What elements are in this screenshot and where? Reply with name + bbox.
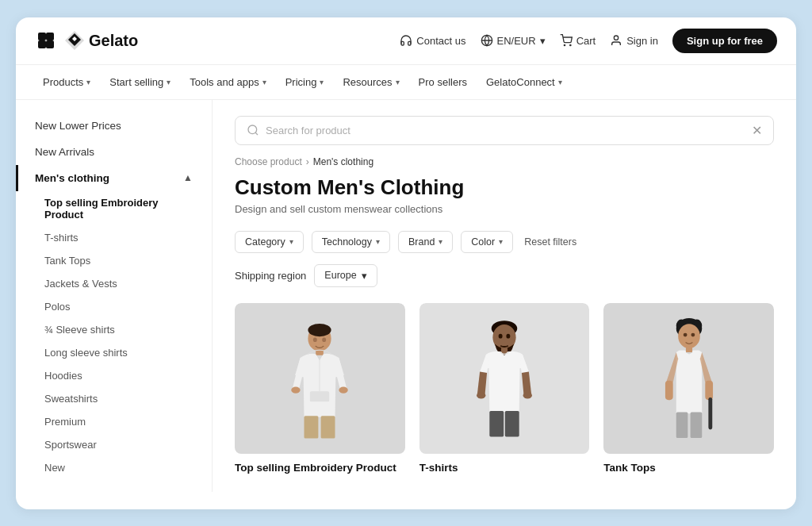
sidebar-subitem-label: Jackets & Vests — [44, 278, 117, 290]
svg-rect-2 — [38, 40, 46, 48]
svg-point-20 — [313, 337, 317, 342]
svg-rect-40 — [708, 397, 712, 430]
nav-products[interactable]: Products ▾ — [35, 65, 98, 99]
sidebar-subitem-long-sleeve[interactable]: Long sleeve shirts — [16, 341, 212, 364]
svg-point-12 — [308, 323, 331, 336]
sidebar-subitem-label: Sweatshirts — [44, 393, 98, 405]
sidebar-subitem-3-4-sleeve[interactable]: ¾ Sleeve shirts — [16, 318, 212, 341]
svg-point-34 — [678, 324, 700, 348]
page-subtitle: Design and sell custom menswear collecti… — [235, 203, 774, 215]
product-card-hoodie[interactable]: Top selling Embroidery Product — [235, 303, 405, 474]
user-icon — [610, 34, 622, 47]
color-filter[interactable]: Color ▾ — [461, 231, 513, 253]
collapse-icon: ▲ — [183, 172, 193, 183]
svg-rect-18 — [304, 416, 319, 438]
breadcrumb-parent[interactable]: Choose product — [235, 156, 302, 167]
svg-point-9 — [248, 125, 257, 134]
shipping-label: Shipping region — [235, 270, 306, 282]
technology-filter[interactable]: Technology ▾ — [312, 231, 390, 253]
sidebar-subitem-sweatshirts[interactable]: Sweatshirts — [16, 387, 212, 410]
breadcrumb-current: Men's clothing — [313, 156, 373, 167]
signup-button[interactable]: Sign up for free — [672, 29, 777, 53]
sidebar-item-new-arrivals[interactable]: New Arrivals — [16, 139, 212, 165]
sidebar-subitem-label: Hoodies — [44, 370, 82, 382]
close-icon[interactable]: ✕ — [752, 123, 762, 138]
svg-point-26 — [523, 392, 532, 398]
sidebar-subitem-premium[interactable]: Premium — [16, 410, 212, 433]
product-card-tank[interactable]: Tank Tops — [603, 303, 774, 474]
sidebar-subitem-jackets-vests[interactable]: Jackets & Vests — [16, 272, 212, 295]
gelato-logo-mark — [63, 29, 86, 52]
svg-point-25 — [477, 392, 485, 398]
nav-resources[interactable]: Resources ▾ — [335, 65, 407, 99]
svg-rect-3 — [46, 40, 54, 48]
category-chevron: ▾ — [289, 237, 293, 246]
technology-chevron: ▾ — [376, 237, 380, 246]
sidebar-subitem-polos[interactable]: Polos — [16, 295, 212, 318]
sidebar-subitem-new[interactable]: New — [16, 456, 212, 479]
svg-point-29 — [499, 334, 503, 339]
nav-pricing[interactable]: Pricing ▾ — [278, 65, 332, 99]
svg-rect-28 — [505, 411, 519, 437]
cart-icon — [560, 34, 573, 47]
svg-rect-35 — [686, 346, 692, 352]
sidebar-subitem-embroidery[interactable]: Top selling Embroidery Product — [16, 191, 212, 226]
body-layout: New Lower Prices New Arrivals Men's clot… — [16, 100, 796, 492]
category-label: Category — [245, 236, 285, 248]
reset-filters-link[interactable]: Reset filters — [524, 236, 576, 248]
language-chevron: ▾ — [540, 35, 546, 47]
logo[interactable]: Gelato — [35, 29, 138, 52]
sidebar-item-new-lower-prices[interactable]: New Lower Prices — [16, 113, 212, 139]
contact-us-label: Contact us — [416, 35, 465, 47]
brand-chevron: ▾ — [439, 237, 442, 246]
category-filter[interactable]: Category ▾ — [235, 231, 304, 253]
nav-tools-apps-chevron: ▾ — [262, 78, 266, 86]
brand-filter[interactable]: Brand ▾ — [398, 231, 453, 253]
sidebar-subitem-label: Top selling Embroidery Product — [44, 197, 159, 221]
language-label: EN/EUR — [497, 35, 536, 47]
search-input[interactable] — [266, 125, 745, 136]
breadcrumb: Choose product › Men's clothing — [235, 156, 774, 167]
page-title: Custom Men's Clothing — [235, 175, 774, 200]
shipping-select[interactable]: Europe ▾ — [314, 264, 377, 287]
svg-rect-14 — [310, 391, 329, 401]
nav-gelato-connect[interactable]: GelatoConnect ▾ — [478, 65, 570, 99]
svg-point-17 — [339, 386, 348, 393]
nav-start-selling[interactable]: Start selling ▾ — [102, 65, 178, 99]
product-image-hoodie — [235, 303, 405, 454]
sidebar-subitem-label: T-shirts — [44, 232, 79, 244]
signin-label: Sign in — [626, 35, 658, 47]
sidebar: New Lower Prices New Arrivals Men's clot… — [16, 100, 213, 492]
language-link[interactable]: EN/EUR ▾ — [481, 34, 546, 47]
nav-tools-apps[interactable]: Tools and apps ▾ — [182, 65, 274, 99]
product-card-tshirt[interactable]: T-shirts — [419, 303, 590, 474]
svg-rect-38 — [665, 381, 673, 400]
brand-label: Brand — [408, 236, 435, 248]
nav-products-chevron: ▾ — [86, 78, 90, 86]
sidebar-subitem-sportswear[interactable]: Sportswear — [16, 433, 212, 456]
sidebar-subitem-tank-tops[interactable]: Tank Tops — [16, 249, 212, 272]
header: Gelato Contact us EN/EUR ▾ Cart — [16, 17, 796, 65]
nav-gelato-connect-chevron: ▾ — [558, 78, 562, 86]
contact-us-link[interactable]: Contact us — [400, 34, 465, 47]
cart-link[interactable]: Cart — [560, 34, 596, 47]
main-content: ✕ Choose product › Men's clothing Custom… — [213, 100, 796, 492]
shipping-value: Europe — [324, 270, 356, 281]
sidebar-subitem-hoodies[interactable]: Hoodies — [16, 364, 212, 387]
svg-point-30 — [506, 334, 510, 339]
svg-rect-42 — [690, 413, 702, 439]
sidebar-subitem-tshirts[interactable]: T-shirts — [16, 226, 212, 249]
nav-pro-sellers[interactable]: Pro sellers — [411, 65, 475, 99]
sidebar-item-label: New Lower Prices — [35, 120, 121, 132]
sidebar-item-mens-clothing[interactable]: Men's clothing ▲ — [16, 165, 212, 191]
globe-icon — [481, 34, 493, 47]
signin-link[interactable]: Sign in — [610, 34, 658, 47]
svg-rect-39 — [705, 381, 713, 400]
shipping-row: Shipping region Europe ▾ — [235, 264, 774, 287]
product-name-hoodie: Top selling Embroidery Product — [235, 462, 405, 474]
svg-rect-36 — [679, 351, 685, 363]
color-chevron: ▾ — [499, 237, 503, 246]
nav-resources-chevron: ▾ — [396, 78, 400, 86]
nav-pricing-chevron: ▾ — [320, 78, 324, 86]
svg-point-7 — [569, 44, 570, 45]
